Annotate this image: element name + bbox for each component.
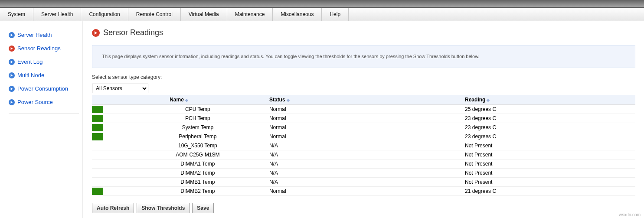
sidebar-item-label: Multi Node	[17, 72, 44, 78]
status-swatch	[92, 142, 103, 150]
sensor-status: Normal	[266, 187, 461, 196]
arrow-right-icon	[9, 32, 15, 38]
arrow-right-icon	[9, 59, 15, 65]
sort-icon: ◆	[185, 98, 188, 102]
status-swatch-cell	[92, 132, 130, 141]
menu-system[interactable]: System	[0, 8, 33, 21]
sensor-name: DIMMB1 Temp	[130, 178, 266, 187]
status-swatch-cell	[92, 114, 130, 123]
page-title: Sensor Readings	[92, 28, 635, 37]
sidebar: Server Health Sensor Readings Event Log …	[0, 21, 83, 218]
status-swatch	[92, 169, 103, 177]
sensor-table-body: CPU TempNormal25 degrees CPCH TempNormal…	[92, 105, 635, 196]
arrow-right-icon	[92, 29, 100, 37]
sensor-name: System Temp	[130, 123, 266, 132]
status-swatch-cell	[92, 150, 130, 159]
sidebar-item-label: Event Log	[17, 59, 43, 65]
sensor-name: DIMMB2 Temp	[130, 187, 266, 196]
col-header-name[interactable]: Name◆	[92, 95, 266, 105]
sensor-reading: 23 degrees C	[461, 123, 635, 132]
main-menubar: System Server Health Configuration Remot…	[0, 8, 644, 21]
sensor-name: DIMMA2 Temp	[130, 169, 266, 178]
show-thresholds-button[interactable]: Show Thresholds	[137, 203, 190, 213]
info-text: This page displays system sensor informa…	[102, 54, 480, 59]
sidebar-item-power-source[interactable]: Power Source	[9, 95, 79, 109]
content-area: Sensor Readings This page displays syste…	[83, 21, 644, 218]
save-button[interactable]: Save	[192, 203, 214, 213]
menu-configuration[interactable]: Configuration	[81, 8, 128, 21]
status-swatch	[92, 133, 103, 140]
sensor-name: DIMMA1 Temp	[130, 159, 266, 169]
status-swatch	[92, 160, 103, 168]
sensor-reading: 23 degrees C	[461, 114, 635, 123]
sensor-reading: 25 degrees C	[461, 105, 635, 114]
sidebar-item-label: Power Source	[17, 99, 53, 105]
menu-virtual-media[interactable]: Virtual Media	[181, 8, 227, 21]
table-row[interactable]: 10G_X550 TempN/ANot Present	[92, 141, 635, 150]
top-gradient-bar	[0, 0, 644, 8]
auto-refresh-button[interactable]: Auto Refresh	[92, 203, 134, 213]
sidebar-item-label: Power Consumption	[17, 85, 68, 92]
sensor-reading: Not Present	[461, 178, 635, 187]
sensor-reading: Not Present	[461, 150, 635, 159]
sidebar-item-event-log[interactable]: Event Log	[9, 55, 79, 68]
sensor-reading: 23 degrees C	[461, 132, 635, 141]
menu-remote-control[interactable]: Remote Control	[128, 8, 181, 21]
table-row[interactable]: DIMMB1 TempN/ANot Present	[92, 178, 635, 187]
status-swatch	[92, 151, 103, 159]
status-swatch-cell	[92, 187, 130, 196]
sensor-status: Normal	[266, 114, 461, 123]
sensor-name: 10G_X550 Temp	[130, 141, 266, 150]
table-row[interactable]: Peripheral TempNormal23 degrees C	[92, 132, 635, 141]
sensor-status: Normal	[266, 132, 461, 141]
status-swatch-cell	[92, 169, 130, 178]
sidebar-item-label: Sensor Readings	[17, 45, 61, 52]
menu-server-health[interactable]: Server Health	[33, 8, 81, 21]
button-row: Auto Refresh Show Thresholds Save	[92, 203, 635, 213]
arrow-right-icon	[9, 72, 15, 78]
status-swatch-cell	[92, 159, 130, 169]
page-title-text: Sensor Readings	[103, 28, 163, 37]
sensor-reading: 21 degrees C	[461, 187, 635, 196]
sensor-status: Normal	[266, 123, 461, 132]
status-swatch	[92, 188, 103, 195]
sensor-name: AOM-C25G-M1SM	[130, 150, 266, 159]
sidebar-item-server-health[interactable]: Server Health	[9, 28, 79, 42]
table-row[interactable]: DIMMA1 TempN/ANot Present	[92, 159, 635, 169]
table-row[interactable]: CPU TempNormal25 degrees C	[92, 105, 635, 114]
table-row[interactable]: DIMMB2 TempNormal21 degrees C	[92, 187, 635, 196]
sidebar-item-label: Server Health	[17, 32, 52, 38]
sort-icon: ◆	[487, 98, 490, 102]
sensor-name: CPU Temp	[130, 105, 266, 114]
sensor-reading: Not Present	[461, 169, 635, 178]
menu-miscellaneous[interactable]: Miscellaneous	[273, 8, 322, 21]
table-row[interactable]: PCH TempNormal23 degrees C	[92, 114, 635, 123]
menu-maintenance[interactable]: Maintenance	[227, 8, 273, 21]
sensor-status: N/A	[266, 141, 461, 150]
sensor-reading: Not Present	[461, 159, 635, 169]
sidebar-item-multi-node[interactable]: Multi Node	[9, 68, 79, 82]
sensor-status: N/A	[266, 178, 461, 187]
table-row[interactable]: AOM-C25G-M1SMN/ANot Present	[92, 150, 635, 159]
select-label: Select a sensor type category:	[92, 74, 635, 80]
status-swatch-cell	[92, 123, 130, 132]
sensor-status: N/A	[266, 159, 461, 169]
sensor-status: Normal	[266, 105, 461, 114]
arrow-right-icon	[9, 99, 15, 105]
col-header-status[interactable]: Status◆	[266, 95, 461, 105]
status-swatch	[92, 124, 103, 131]
arrow-right-icon	[9, 86, 15, 92]
arrow-right-icon	[9, 46, 15, 52]
status-swatch	[92, 179, 103, 186]
col-header-reading[interactable]: Reading◆	[461, 95, 635, 105]
menu-help[interactable]: Help	[322, 8, 349, 21]
sensor-status: N/A	[266, 150, 461, 159]
table-row[interactable]: System TempNormal23 degrees C	[92, 123, 635, 132]
status-swatch	[92, 115, 103, 122]
sensor-status: N/A	[266, 169, 461, 178]
table-row[interactable]: DIMMA2 TempN/ANot Present	[92, 169, 635, 178]
sensor-name: PCH Temp	[130, 114, 266, 123]
sidebar-item-sensor-readings[interactable]: Sensor Readings	[9, 42, 79, 55]
sensor-category-select[interactable]: All Sensors	[92, 84, 148, 93]
sidebar-item-power-consumption[interactable]: Power Consumption	[9, 82, 79, 95]
